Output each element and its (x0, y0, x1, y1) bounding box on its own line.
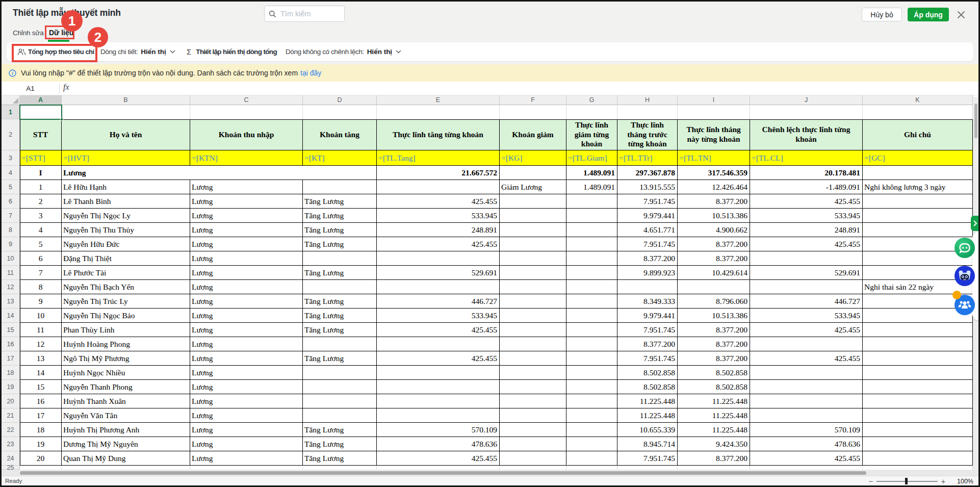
cell-E22[interactable]: 570.109 (377, 423, 500, 437)
cell-F11[interactable] (500, 266, 566, 280)
column-header-I[interactable]: I (678, 95, 750, 105)
row-header-10[interactable]: 10 (2, 251, 20, 266)
row-header-14[interactable]: 14 (2, 309, 20, 323)
cell-C14[interactable]: Lương (190, 309, 303, 323)
cell-E13[interactable]: 446.727 (377, 294, 500, 309)
cell-H11[interactable]: 9.899.923 (617, 266, 678, 280)
cell-E24[interactable]: 425.455 (377, 451, 500, 466)
cell-C13[interactable]: Lương (190, 294, 303, 309)
cell-A11[interactable]: 7 (20, 266, 62, 280)
cell-H23[interactable]: 8.945.714 (617, 437, 678, 451)
cell-I13[interactable]: 8.796.060 (678, 294, 750, 309)
cell-K5[interactable]: Nghỉ không lương 3 ngày (863, 180, 973, 194)
cell-G25[interactable] (566, 466, 617, 470)
cell-G14[interactable] (566, 309, 617, 323)
cell-E19[interactable] (377, 380, 500, 394)
cell-D14[interactable]: Tăng Lương (303, 309, 377, 323)
horizontal-scrollbar-thumb[interactable] (20, 471, 866, 475)
cell-A10[interactable]: 6 (20, 251, 62, 266)
cell-E23[interactable]: 478.636 (377, 437, 500, 451)
cell-K25[interactable] (863, 466, 973, 470)
row-header-23[interactable]: 23 (2, 437, 20, 451)
cell-K23[interactable] (863, 437, 973, 451)
cell-K20[interactable] (863, 394, 973, 408)
cell-H5[interactable]: 13.915.555 (617, 180, 678, 194)
cell-E2[interactable]: Thực lĩnh tăng từng khoản (377, 119, 500, 150)
cell-D25[interactable] (303, 466, 377, 470)
cell-B4[interactable]: Lương (62, 166, 377, 180)
cell-G22[interactable] (566, 423, 617, 437)
cell-D8[interactable]: Tăng Lương (303, 223, 377, 237)
cell-C21[interactable]: Lương (190, 408, 303, 423)
cell-K18[interactable] (863, 366, 973, 380)
cell-C12[interactable]: Lương (190, 280, 303, 294)
group-by-criteria-button[interactable]: Tổng hợp theo tiêu chí (17, 42, 94, 61)
cell-B9[interactable]: Nguyễn Hữu Đức (62, 237, 190, 251)
close-button[interactable] (955, 8, 968, 21)
cell-D6[interactable]: Tăng Lương (303, 194, 377, 209)
row-header-19[interactable]: 19 (2, 380, 20, 394)
cell-I19[interactable]: 8.502.858 (678, 380, 750, 394)
cell-D7[interactable]: Tăng Lương (303, 209, 377, 223)
cell-B7[interactable]: Nguyễn Thị Ngọc Ly (62, 209, 190, 223)
column-header-A[interactable]: A (20, 95, 62, 105)
cell-A19[interactable]: 15 (20, 380, 62, 394)
cell-E14[interactable]: 533.945 (377, 309, 500, 323)
cell-E9[interactable]: 425.455 (377, 237, 500, 251)
cell-H18[interactable]: 8.502.858 (617, 366, 678, 380)
cancel-button[interactable]: Hủy bỏ (862, 8, 902, 21)
vertical-scrollbar-thumb[interactable] (974, 104, 977, 138)
cell-F5[interactable]: Giảm Lương (500, 180, 566, 194)
info-link[interactable]: tại đây (300, 69, 321, 77)
cell-I16[interactable]: 8.377.200 (678, 337, 750, 351)
cell-F16[interactable] (500, 337, 566, 351)
column-header-F[interactable]: F (500, 95, 566, 105)
zoom-out-button[interactable]: − (866, 477, 875, 485)
cell-F8[interactable] (500, 223, 566, 237)
cell-G11[interactable] (566, 266, 617, 280)
cell-F24[interactable] (500, 451, 566, 466)
cell-D21[interactable] (303, 408, 377, 423)
cell-A22[interactable]: 18 (20, 423, 62, 437)
cell-F6[interactable] (500, 194, 566, 209)
cell-I10[interactable]: 8.377.200 (678, 251, 750, 266)
cell-K4[interactable] (863, 166, 973, 180)
cell-E6[interactable]: 425.455 (377, 194, 500, 209)
cell-C2[interactable]: Khoản thu nhập (190, 119, 303, 150)
cell-B17[interactable]: Ngô Thị Mỹ Phương (62, 351, 190, 366)
cell-H3[interactable]: =[TL.TTr] (617, 150, 678, 166)
cell-F12[interactable] (500, 280, 566, 294)
cell-F22[interactable] (500, 423, 566, 437)
cell-G15[interactable] (566, 323, 617, 337)
cell-B21[interactable]: Nguyễn Văn Tân (62, 408, 190, 423)
cell-J6[interactable]: 425.455 (750, 194, 863, 209)
row-header-18[interactable]: 18 (2, 366, 20, 380)
select-all-corner[interactable] (2, 95, 20, 105)
row-header-22[interactable]: 22 (2, 423, 20, 437)
cell-K8[interactable] (863, 223, 973, 237)
cell-F4[interactable] (500, 166, 566, 180)
row-header-17[interactable]: 17 (2, 351, 20, 366)
cell-C24[interactable]: Lương (190, 451, 303, 466)
cell-A16[interactable]: 12 (20, 337, 62, 351)
cell-I7[interactable]: 10.513.386 (678, 209, 750, 223)
cell-D13[interactable]: Tăng Lương (303, 294, 377, 309)
cell-D5[interactable] (303, 180, 377, 194)
row-header-9[interactable]: 9 (2, 237, 20, 251)
cell-B6[interactable]: Lê Thanh Bình (62, 194, 190, 209)
cell-E18[interactable] (377, 366, 500, 380)
cell-A6[interactable]: 2 (20, 194, 62, 209)
cell-B8[interactable]: Nguyễn Thị Thu Thủy (62, 223, 190, 237)
tab-edit[interactable]: Chỉnh sửa (13, 29, 44, 37)
cell-I8[interactable]: 4.900.662 (678, 223, 750, 237)
cell-J17[interactable]: 425.455 (750, 351, 863, 366)
cell-F1[interactable] (500, 105, 566, 119)
cell-E5[interactable] (377, 180, 500, 194)
cell-D22[interactable]: Tăng Lương (303, 423, 377, 437)
cell-E1[interactable] (377, 105, 500, 119)
cell-K3[interactable]: =[GC] (863, 150, 973, 166)
row-header-4[interactable]: 4 (2, 166, 20, 180)
cell-G20[interactable] (566, 394, 617, 408)
cell-C19[interactable]: Lương (190, 380, 303, 394)
cell-F17[interactable] (500, 351, 566, 366)
